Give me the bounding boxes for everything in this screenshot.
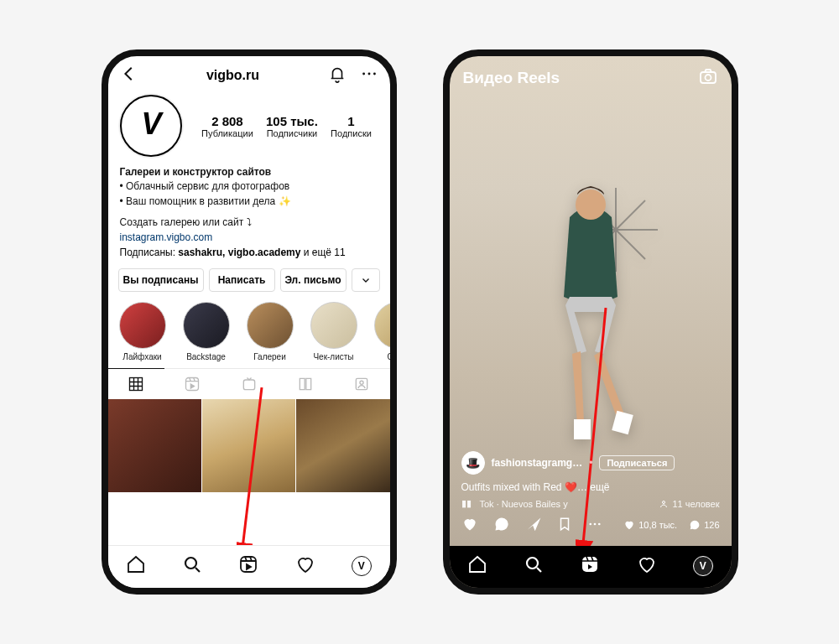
stat-following-count: 1: [331, 114, 372, 128]
svg-rect-10: [241, 557, 256, 572]
highlight-item[interactable]: Галереи: [244, 302, 296, 361]
reels-like-button[interactable]: [461, 516, 478, 534]
followed-by-suffix: и ещё 11: [300, 247, 345, 258]
highlight-label: Галереи: [244, 352, 296, 361]
stat-followers-label: Подписчики: [266, 128, 318, 138]
highlight-item[interactable]: Чек-листы: [308, 302, 360, 361]
igtv-icon: [241, 376, 258, 392]
phone-reels: Видео Reels 🎩 fashionstagramg… • Подписа…: [443, 49, 738, 595]
nav-activity[interactable]: [637, 554, 657, 578]
svg-rect-3: [130, 377, 143, 390]
tagged-icon: [353, 376, 370, 392]
profile-tabs: [108, 368, 390, 399]
stat-posts[interactable]: 2 808 Публикации: [201, 114, 253, 138]
suggestions-button[interactable]: [352, 268, 380, 292]
more-icon: [587, 517, 602, 532]
reels-icon: [184, 376, 201, 392]
pause-icon: ▮▮: [461, 498, 472, 509]
reels-comment-button[interactable]: [493, 516, 510, 534]
svg-rect-5: [243, 380, 254, 390]
topbar: vigbo.ru: [108, 56, 390, 90]
stat-followers[interactable]: 105 тыс. Подписчики: [266, 114, 318, 138]
nav-reels[interactable]: [580, 554, 600, 578]
nav-profile[interactable]: V: [693, 556, 713, 576]
reels-share-button[interactable]: [525, 516, 542, 534]
following-button[interactable]: Вы подписаны: [118, 268, 204, 292]
nav-activity[interactable]: [295, 554, 315, 578]
svg-point-2: [373, 73, 375, 75]
bottom-nav: V: [108, 545, 390, 588]
grid-cell[interactable]: [202, 399, 295, 492]
highlight-item[interactable]: Отзы: [372, 302, 390, 361]
video-content-illustration: [524, 171, 658, 473]
followed-by-names: sashakru, vigbo.academy: [178, 247, 300, 258]
grid-cell[interactable]: [108, 399, 201, 492]
highlights: Лайфхаки Backstage Галереи Чек-листы Отз…: [108, 300, 390, 368]
reels-music-text: Tok · Nuevos Bailes у: [480, 499, 568, 509]
reels-music-row[interactable]: ▮▮ Tok · Nuevos Bailes у 11 человек: [461, 498, 720, 509]
stat-posts-count: 2 808: [201, 114, 253, 128]
tab-guides[interactable]: [277, 369, 333, 399]
heart-icon: [295, 554, 315, 574]
posts-grid: [108, 399, 390, 492]
nav-home[interactable]: [467, 554, 487, 578]
reels-avatar[interactable]: 🎩: [461, 451, 485, 475]
camera-icon[interactable]: [698, 66, 718, 90]
stat-followers-count: 105 тыс.: [266, 114, 318, 128]
search-icon: [182, 554, 202, 574]
nav-profile[interactable]: V: [352, 556, 372, 576]
svg-point-7: [360, 381, 363, 384]
more-icon[interactable]: [360, 65, 378, 86]
bio-name: Галереи и конструктор сайтов: [120, 165, 378, 179]
bio-cta: Создать галерею или сайт ⤵: [120, 216, 378, 230]
person-icon: [659, 499, 669, 509]
svg-point-20: [663, 501, 665, 503]
reels-comments-count-wrap: 126: [689, 519, 719, 531]
highlight-label: Чек-листы: [308, 352, 360, 361]
reels-save-button[interactable]: [557, 516, 572, 534]
followed-by[interactable]: Подписаны: sashakru, vigbo.academy и ещё…: [108, 245, 390, 265]
tab-tagged[interactable]: [333, 369, 389, 399]
back-icon[interactable]: [120, 65, 138, 86]
comment-icon: [689, 519, 701, 531]
email-button[interactable]: Эл. письмо: [280, 268, 347, 292]
stats: 2 808 Публикации 105 тыс. Подписчики 1 П…: [195, 114, 378, 138]
nav-home[interactable]: [126, 554, 146, 578]
highlight-label: Лайфхаки: [117, 352, 169, 361]
highlight-label: Отзы: [372, 352, 390, 361]
followed-by-prefix: Подписаны:: [120, 247, 179, 258]
phone-profile: vigbo.ru V 2 808 Публикации 105 тыс. Под…: [102, 49, 397, 595]
bio-line2: • Ваш помощник в развитии дела ✨: [120, 195, 378, 209]
reels-overlay: 🎩 fashionstagramg… • Подписаться Outfits…: [450, 451, 732, 544]
highlight-item[interactable]: Backstage: [180, 302, 232, 361]
home-icon: [467, 554, 487, 574]
reels-username[interactable]: fashionstagramg…: [492, 457, 583, 469]
bell-icon[interactable]: [328, 65, 347, 86]
avatar[interactable]: V: [120, 95, 182, 157]
nav-search[interactable]: [524, 554, 544, 578]
svg-rect-16: [574, 419, 591, 439]
reels-caption[interactable]: Outfits mixed with Red ❤️… ещё: [461, 481, 720, 493]
svg-point-22: [593, 523, 596, 526]
nav-reels[interactable]: [238, 554, 258, 578]
reels-follow-button[interactable]: Подписаться: [599, 455, 675, 470]
message-button[interactable]: Написать: [209, 268, 275, 292]
bookmark-icon: [557, 516, 572, 532]
bio-link[interactable]: instagram.vigbo.com: [120, 231, 378, 245]
tab-reels[interactable]: [164, 369, 221, 399]
grid-cell[interactable]: [296, 399, 389, 492]
tab-igtv[interactable]: [221, 369, 277, 399]
stat-following[interactable]: 1 Подписки: [331, 114, 372, 138]
reels-likes-count-wrap: 10,8 тыс.: [623, 519, 677, 531]
tab-grid[interactable]: [108, 368, 164, 399]
svg-point-9: [185, 558, 196, 569]
svg-point-23: [597, 523, 600, 526]
reels-more-button[interactable]: [587, 517, 602, 533]
highlight-item[interactable]: Лайфхаки: [117, 302, 169, 361]
svg-rect-17: [612, 411, 633, 434]
nav-search[interactable]: [182, 554, 202, 578]
svg-rect-4: [186, 377, 199, 390]
search-icon: [524, 554, 544, 574]
comment-icon: [493, 516, 510, 532]
bio: Галереи и конструктор сайтов • Облачный …: [108, 164, 390, 245]
